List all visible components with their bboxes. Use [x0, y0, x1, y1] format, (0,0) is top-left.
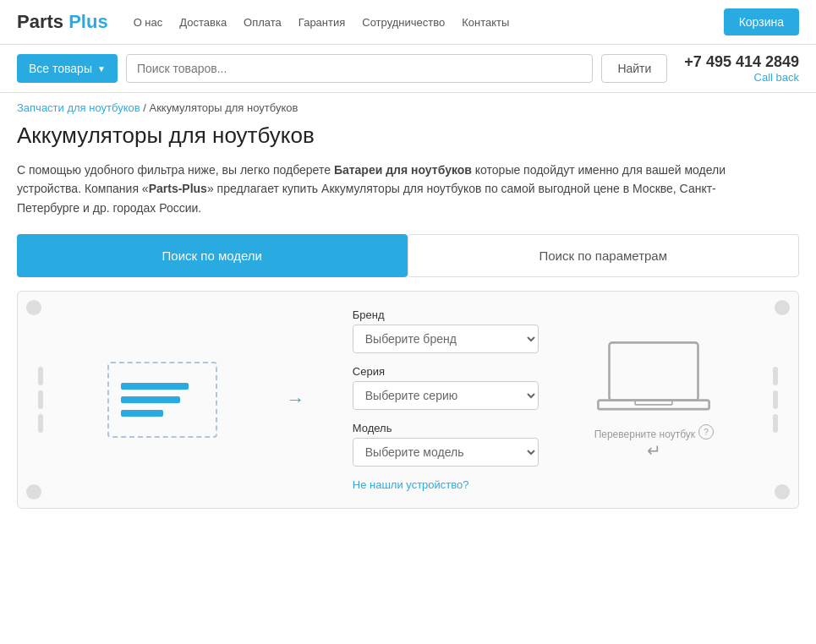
logo-plus: Plus [68, 11, 107, 32]
nav-cooperation[interactable]: Сотрудничество [362, 16, 445, 29]
side-arrow-line [38, 390, 43, 409]
main-nav: О нас Доставка Оплата Гарантия Сотруднич… [108, 16, 724, 29]
line-3 [121, 410, 163, 417]
side-arrow-line [38, 414, 43, 433]
logo[interactable]: Parts Plus [17, 11, 108, 33]
phone-number: +7 495 414 2849 [684, 53, 799, 70]
side-arrow-line [773, 390, 778, 409]
chevron-down-icon: ▼ [97, 64, 106, 74]
page-description: С помощью удобного фильтра ниже, вы легк… [17, 161, 778, 217]
filter-form: Бренд Выберите бренд Серия Выберите сери… [353, 308, 539, 491]
model-field: Модель Выберите модель [353, 422, 539, 467]
laptop-thumbnail-left [86, 362, 238, 438]
side-arrow-line [773, 414, 778, 433]
breadcrumb-current: Аккумуляторы для ноутбуков [149, 101, 298, 114]
left-side-arrows [35, 367, 47, 433]
nav-contacts[interactable]: Контакты [462, 16, 509, 29]
laptop-right: Переверните ноутбук ? ↵ [578, 339, 730, 461]
line-2 [121, 396, 180, 403]
svg-rect-0 [610, 342, 698, 400]
breadcrumb-parts[interactable]: Запчасти для ноутбуков [17, 101, 140, 114]
nav-warranty[interactable]: Гарантия [298, 16, 345, 29]
all-goods-button[interactable]: Все товары ▼ [17, 54, 118, 83]
flip-label: Переверните ноутбук [594, 428, 695, 440]
line-1 [121, 383, 189, 390]
side-arrow-line [773, 367, 778, 385]
nav-delivery[interactable]: Доставка [179, 16, 227, 29]
nav-payment[interactable]: Оплата [244, 16, 282, 29]
flip-arrow-icon: ↵ [647, 440, 661, 461]
arrow-decor: ← [286, 389, 304, 411]
model-select[interactable]: Выберите модель [353, 438, 539, 467]
tab-row: Поиск по модели Поиск по параметрам [17, 234, 799, 277]
laptop-svg [594, 339, 713, 420]
series-select[interactable]: Выберите серию [353, 381, 539, 410]
brand-label: Бренд [353, 308, 539, 321]
search-button[interactable]: Найти [601, 54, 667, 83]
callback-link[interactable]: Call back [684, 71, 799, 84]
page-title: Аккумуляторы для ноутбуков [17, 123, 799, 149]
brand-select[interactable]: Выберите бренд [353, 325, 539, 353]
phone-block: +7 495 414 2849 Call back [684, 53, 799, 84]
model-label: Модель [353, 422, 539, 434]
breadcrumb: Запчасти для ноутбуков / Аккумуляторы дл… [0, 93, 816, 123]
side-arrow-line [38, 367, 43, 385]
brand-field: Бренд Выберите бренд [353, 308, 539, 353]
search-input[interactable] [126, 54, 594, 83]
tab-model[interactable]: Поиск по модели [17, 234, 408, 277]
series-label: Серия [353, 365, 539, 378]
model-panel-inner: ← Бренд Выберите бренд Серия Выберите се… [35, 308, 781, 491]
search-bar: Все товары ▼ Найти +7 495 414 2849 Call … [0, 45, 816, 93]
page-content: Аккумуляторы для ноутбуков С помощью удо… [0, 123, 816, 526]
all-goods-label: Все товары [29, 62, 92, 75]
nav-about[interactable]: О нас [134, 16, 163, 29]
corner-circle-br [775, 484, 790, 499]
corner-circle-tr [775, 300, 790, 315]
flip-label-container: Переверните ноутбук ? [594, 423, 714, 440]
svg-rect-2 [636, 401, 673, 405]
question-mark-icon: ? [698, 424, 714, 439]
cart-button[interactable]: Корзина [724, 8, 799, 35]
logo-parts: Parts [17, 11, 63, 32]
series-field: Серия Выберите серию [353, 365, 539, 410]
not-found-link[interactable]: Не нашли устройство? [353, 478, 539, 491]
laptop-thumb-inner [107, 362, 217, 438]
model-panel: ← Бренд Выберите бренд Серия Выберите се… [17, 291, 799, 509]
corner-circle-bl [26, 484, 41, 499]
tab-params[interactable]: Поиск по параметрам [408, 234, 800, 277]
right-side-arrows [769, 367, 781, 433]
header: Parts Plus О нас Доставка Оплата Гаранти… [0, 0, 816, 45]
